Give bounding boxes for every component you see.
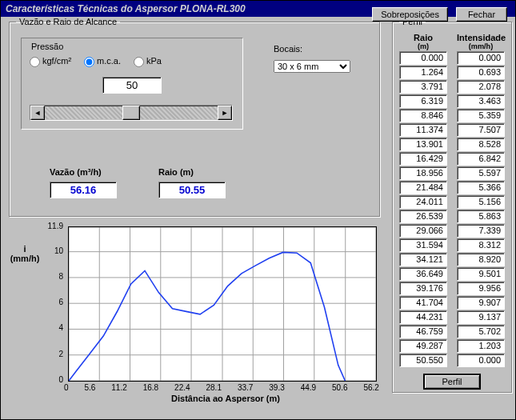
x-tick-labels: 05.611.216.822.428.133.739.344.950.656.2 xyxy=(64,383,379,392)
flow-range-group: Vazão e Raio de Alcance Pressão kgf/cm² … xyxy=(9,17,380,217)
perfil-int-cell: 1.203 xyxy=(457,339,505,353)
perfil-raio-cell: 3.791 xyxy=(399,80,447,94)
perfil-raio-cell: 16.429 xyxy=(399,152,447,166)
perfil-int-cell: 9.907 xyxy=(457,296,505,310)
perfil-raio-cell: 24.011 xyxy=(399,195,447,209)
bocais-label: Bocais: xyxy=(274,44,350,54)
perfil-int-cell: 7.339 xyxy=(457,224,505,238)
perfil-raio-cell: 46.759 xyxy=(399,325,447,338)
bocais-select[interactable]: 30 x 6 mm xyxy=(274,60,350,73)
perfil-group: Perfil Raio(m)Intensidade(mm/h)0.0000.00… xyxy=(392,17,512,393)
pressure-value-field[interactable]: 50 xyxy=(102,77,162,94)
perfil-int-cell: 0.693 xyxy=(457,66,505,79)
perfil-raio-cell: 13.901 xyxy=(399,138,447,151)
pressure-label: Pressão xyxy=(31,42,234,51)
raio-value: 50.55 xyxy=(158,182,226,198)
pressure-group: Pressão kgf/cm² m.c.a. kPa 50 ◄ ► xyxy=(21,38,243,130)
perfil-int-cell: 9.501 xyxy=(457,267,505,281)
flow-range-legend: Vazão e Raio de Alcance xyxy=(16,17,120,26)
perfil-raio-cell: 44.231 xyxy=(399,310,447,324)
perfil-int-cell: 9.137 xyxy=(457,310,505,324)
perfil-int-cell: 5.156 xyxy=(457,195,505,209)
chart-area: i(mm/h) 11.91086420 05.611.216.822.428.1… xyxy=(9,226,383,403)
vazao-value: 56.16 xyxy=(50,182,117,198)
perfil-int-cell: 5.359 xyxy=(457,109,505,122)
pressure-slider[interactable]: ◄ ► xyxy=(30,105,233,121)
perfil-raio-cell: 0.000 xyxy=(399,51,447,65)
perfil-raio-cell: 29.066 xyxy=(399,224,447,238)
perfil-raio-cell: 34.121 xyxy=(399,253,447,266)
perfil-button[interactable]: Perfil xyxy=(423,374,481,390)
perfil-raio-cell: 11.374 xyxy=(399,123,447,137)
perfil-int-cell: 8.920 xyxy=(457,253,505,266)
radio-kgfcm2[interactable]: kgf/cm² xyxy=(30,56,71,67)
perfil-int-cell: 8.312 xyxy=(457,238,505,252)
perfil-raio-cell: 1.264 xyxy=(399,66,447,79)
perfil-raio-cell: 31.594 xyxy=(399,238,447,252)
slider-right-arrow[interactable]: ► xyxy=(218,106,232,120)
perfil-raio-cell: 49.287 xyxy=(399,339,447,353)
perfil-col2-header: Intensidade(mm/h) xyxy=(457,33,505,50)
perfil-int-cell: 5.597 xyxy=(457,166,505,180)
slider-left-arrow[interactable]: ◄ xyxy=(30,106,45,120)
perfil-int-cell: 8.528 xyxy=(457,138,505,151)
perfil-raio-cell: 26.539 xyxy=(399,210,447,223)
vazao-label: Vazão (m³/h) xyxy=(50,167,117,177)
perfil-raio-cell: 39.176 xyxy=(399,282,447,295)
perfil-raio-cell: 6.319 xyxy=(399,94,447,108)
perfil-raio-cell: 50.550 xyxy=(399,354,447,367)
fechar-button[interactable]: Fechar xyxy=(456,7,507,22)
perfil-int-cell: 0.000 xyxy=(457,354,505,367)
perfil-int-cell: 5.702 xyxy=(457,325,505,338)
perfil-int-cell: 9.956 xyxy=(457,282,505,295)
perfil-int-cell: 3.463 xyxy=(457,94,505,108)
y-axis-label: i(mm/h) xyxy=(9,244,41,263)
radio-kpa[interactable]: kPa xyxy=(134,56,162,67)
perfil-raio-cell: 18.956 xyxy=(399,166,447,180)
perfil-int-cell: 5.863 xyxy=(457,210,505,223)
sobreposicoes-button[interactable]: Sobreposições xyxy=(372,7,448,22)
perfil-int-cell: 7.507 xyxy=(457,123,505,137)
perfil-int-cell: 5.366 xyxy=(457,181,505,194)
perfil-raio-cell: 36.649 xyxy=(399,267,447,281)
perfil-int-cell: 0.000 xyxy=(457,51,505,65)
perfil-raio-cell: 8.846 xyxy=(399,109,447,122)
perfil-int-cell: 2.078 xyxy=(457,80,505,94)
perfil-col1-header: Raio(m) xyxy=(399,33,447,50)
x-axis-label: Distância ao Aspersor (m) xyxy=(68,394,383,403)
raio-label: Raio (m) xyxy=(158,167,226,177)
radio-mca[interactable]: m.c.a. xyxy=(84,56,121,67)
perfil-int-cell: 6.842 xyxy=(457,152,505,166)
slider-thumb[interactable] xyxy=(122,106,140,120)
perfil-raio-cell: 21.484 xyxy=(399,181,447,194)
perfil-raio-cell: 41.704 xyxy=(399,296,447,310)
profile-chart xyxy=(68,226,377,382)
